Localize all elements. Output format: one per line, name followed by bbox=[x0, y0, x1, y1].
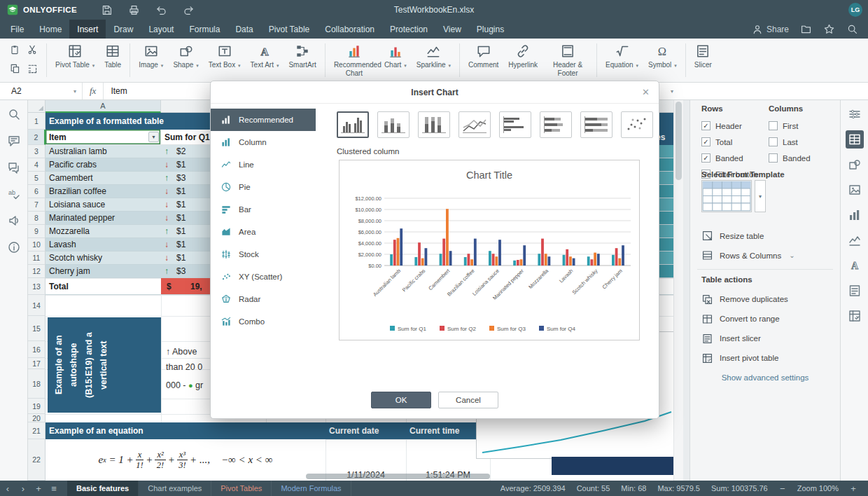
advanced-settings-link[interactable]: Show advanced settings bbox=[690, 373, 840, 382]
tab-view[interactable]: View bbox=[435, 20, 469, 39]
insert-slicer-button[interactable]: Insert slicer bbox=[701, 329, 788, 348]
sheet-tab-chart-examples[interactable]: Chart examples bbox=[139, 481, 211, 496]
row-header-9[interactable]: 9 bbox=[28, 225, 46, 238]
textart-settings-icon[interactable]: A bbox=[848, 259, 862, 273]
select-all-corner[interactable] bbox=[28, 100, 46, 113]
zoom-out-icon[interactable]: − bbox=[775, 483, 790, 494]
sparkline-button[interactable]: Sparkline ▾ bbox=[412, 40, 456, 69]
sheet-list-icon[interactable]: ≡ bbox=[46, 483, 62, 494]
filter-button[interactable]: ▼ bbox=[148, 132, 159, 142]
row-header-15[interactable]: 15 bbox=[28, 316, 46, 341]
chart-category-stock[interactable]: Stock bbox=[211, 243, 316, 266]
insert-pivot-table-button[interactable]: Insert pivot table bbox=[701, 348, 788, 368]
chart-category-line[interactable]: Line bbox=[211, 153, 316, 176]
shape-settings-icon[interactable] bbox=[848, 158, 862, 172]
table-settings-icon[interactable] bbox=[846, 130, 864, 149]
horizontal-scrollbar-thumb[interactable] bbox=[306, 474, 490, 479]
sheet-tab-basic-features[interactable]: Basic features bbox=[67, 481, 139, 496]
comment-button[interactable]: Comment bbox=[463, 40, 503, 69]
about-icon[interactable] bbox=[7, 240, 21, 254]
row-header-19[interactable]: 19 bbox=[28, 399, 46, 414]
row-header-1[interactable]: 1 bbox=[28, 113, 46, 130]
selectall-button[interactable] bbox=[24, 61, 41, 79]
row-header-22[interactable]: 22 bbox=[28, 439, 46, 481]
insert-function-button[interactable]: fx bbox=[83, 83, 104, 99]
equation-button[interactable]: Equation ▾ bbox=[601, 40, 643, 69]
row-header-12[interactable]: 12 bbox=[28, 265, 46, 278]
dialog-header[interactable]: Insert Chart ✕ bbox=[211, 81, 659, 104]
row-header-5[interactable]: 5 bbox=[28, 172, 46, 185]
search-icon[interactable] bbox=[846, 23, 858, 35]
cell-name-box[interactable]: A2 ▾ bbox=[0, 83, 83, 99]
convert-to-range-button[interactable]: Convert to range bbox=[701, 309, 788, 329]
tab-protection[interactable]: Protection bbox=[382, 20, 435, 39]
chart-button[interactable]: Chart ▾ bbox=[379, 40, 412, 69]
chart-subtype-stacked-column[interactable] bbox=[377, 111, 410, 138]
pivot-table-button[interactable]: Pivot Table ▾ bbox=[50, 40, 99, 69]
text-box-button[interactable]: Text Box ▾ bbox=[204, 40, 246, 69]
chart-subtype-clustered-column[interactable] bbox=[337, 111, 369, 138]
print-icon[interactable] bbox=[128, 4, 140, 16]
vertical-scrollbar[interactable] bbox=[673, 100, 683, 481]
tab-draw[interactable]: Draw bbox=[106, 20, 141, 39]
chart-category-xy-scatter[interactable]: XY (Scatter) bbox=[211, 266, 316, 288]
row-header-18[interactable]: 18 bbox=[28, 369, 46, 399]
add-sheet-icon[interactable]: + bbox=[31, 483, 46, 494]
vertical-scrollbar-thumb[interactable] bbox=[676, 102, 682, 180]
chart-category-combo[interactable]: Combo bbox=[211, 310, 316, 333]
chart-category-pie[interactable]: Pie bbox=[211, 176, 316, 198]
slicer-settings-icon[interactable] bbox=[848, 284, 862, 298]
chart-category-area[interactable]: Area bbox=[211, 221, 316, 243]
undo-icon[interactable] bbox=[155, 4, 167, 16]
column-header-a[interactable]: A bbox=[46, 100, 161, 113]
tab-home[interactable]: Home bbox=[31, 20, 69, 39]
ok-button[interactable]: OK bbox=[371, 392, 431, 408]
symbol-button[interactable]: ΩSymbol ▾ bbox=[643, 40, 682, 69]
zoom-in-icon[interactable]: + bbox=[846, 483, 861, 494]
tab-collaboration[interactable]: Collaboration bbox=[317, 20, 382, 39]
checkbox-last[interactable]: Last bbox=[769, 134, 811, 150]
checkbox-banded[interactable]: ✓Banded bbox=[701, 150, 758, 166]
checkbox-banded[interactable]: Banded bbox=[769, 150, 811, 166]
tab-formula[interactable]: Formula bbox=[181, 20, 227, 39]
sheet-tab-pivot-tables[interactable]: Pivot Tables bbox=[211, 481, 272, 496]
user-avatar[interactable]: LG bbox=[848, 3, 862, 17]
open-file-location-icon[interactable] bbox=[800, 23, 812, 35]
row-header-20[interactable]: 20 bbox=[28, 414, 46, 422]
recommended-chart-button[interactable]: Recommended Chart bbox=[329, 40, 379, 77]
tab-layout[interactable]: Layout bbox=[141, 20, 181, 39]
row-header-4[interactable]: 4 bbox=[28, 158, 46, 172]
shape-button[interactable]: Shape ▾ bbox=[168, 40, 203, 69]
row-header-13[interactable]: 13 bbox=[28, 278, 46, 295]
row-header-7[interactable]: 7 bbox=[28, 198, 46, 212]
favorite-icon[interactable] bbox=[823, 23, 835, 35]
close-icon[interactable]: ✕ bbox=[642, 87, 650, 97]
tab-pivot-table[interactable]: Pivot Table bbox=[261, 20, 317, 39]
redo-icon[interactable] bbox=[183, 4, 195, 16]
image-button[interactable]: Image ▾ bbox=[134, 40, 168, 69]
comments-icon[interactable] bbox=[7, 134, 21, 148]
row-header-17[interactable]: 17 bbox=[28, 358, 46, 369]
sheet-tab-modern-formulas[interactable]: Modern Formulas bbox=[272, 481, 351, 496]
tab-insert[interactable]: Insert bbox=[69, 20, 106, 39]
rows-columns-button[interactable]: Rows & Columns ⌄ bbox=[701, 249, 795, 261]
header-footer-button[interactable]: Header & Footer bbox=[542, 40, 593, 77]
row-header-2[interactable]: 2 bbox=[28, 130, 46, 145]
row-header-14[interactable]: 14 bbox=[28, 295, 46, 316]
slicer-button[interactable]: Slicer bbox=[690, 40, 717, 69]
resize-table-button[interactable]: Resize table bbox=[701, 230, 764, 242]
column-settings-icon[interactable] bbox=[848, 208, 862, 222]
smartart-button[interactable]: SmartArt bbox=[284, 40, 321, 69]
row-header-16[interactable]: 16 bbox=[28, 341, 46, 358]
feedback-icon[interactable] bbox=[7, 214, 21, 228]
template-dropdown-button[interactable]: ▾ bbox=[755, 180, 766, 212]
chart-category-column[interactable]: Column bbox=[211, 131, 316, 153]
chat-icon[interactable] bbox=[7, 160, 21, 174]
row-header-8[interactable]: 8 bbox=[28, 212, 46, 225]
copy-button[interactable] bbox=[6, 61, 23, 79]
text-art-button[interactable]: AText Art ▾ bbox=[246, 40, 284, 69]
tab-plugins[interactable]: Plugins bbox=[469, 20, 512, 39]
image-settings-icon[interactable] bbox=[848, 183, 862, 197]
checkbox-total[interactable]: ✓Total bbox=[701, 134, 758, 150]
paste-button[interactable] bbox=[6, 42, 23, 60]
